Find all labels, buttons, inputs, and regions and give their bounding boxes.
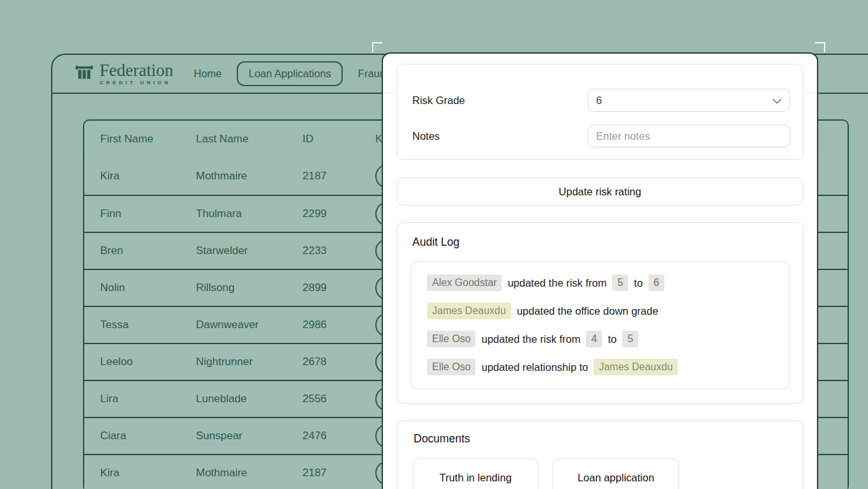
cell-first-name: Kira: [84, 467, 196, 479]
notes-input[interactable]: Enter notes: [588, 124, 790, 147]
audit-entry: James Deauxduupdated the office down gra…: [427, 297, 774, 325]
audit-log-title: Audit Log: [412, 236, 789, 249]
cell-last-name: Dawnweaver: [196, 319, 303, 331]
risk-grade-value: 6: [596, 94, 772, 107]
cell-last-name: Rillsong: [196, 282, 303, 294]
notes-label: Notes: [397, 130, 440, 142]
modal-content: Risk Grade 6 Notes Enter notes Update ri…: [383, 64, 817, 489]
cell-first-name: Lira: [84, 393, 196, 405]
cell-first-name: Bren: [84, 244, 196, 257]
notes-row: Notes Enter notes: [397, 124, 803, 147]
update-risk-rating-button[interactable]: Update risk rating: [396, 177, 804, 206]
asset-details-modal: Asset Details Risk Grade 6: [382, 52, 818, 489]
documents-card: Documents Truth in lending Loan applicat…: [396, 420, 804, 489]
cell-first-name: Finn: [84, 207, 196, 220]
value-chip: 5: [612, 275, 628, 291]
risk-grade-label: Risk Grade: [397, 94, 465, 107]
cell-id: 2899: [303, 282, 373, 294]
loan-application-button[interactable]: Loan application: [553, 458, 679, 489]
col-header-id: ID: [303, 133, 373, 146]
document-buttons: Truth in lending Loan application: [412, 458, 789, 489]
chevron-down-icon: [772, 94, 782, 107]
value-chip: Elle Oso: [427, 359, 475, 375]
audit-entry-text: updated the risk from: [507, 277, 606, 289]
audit-entry-text: to: [634, 277, 643, 289]
cell-first-name: Nolin: [84, 282, 196, 294]
risk-form-card: Risk Grade 6 Notes Enter notes: [396, 64, 804, 160]
cell-id: 2556: [303, 393, 373, 405]
brand-tagline: CREDIT UNION: [100, 80, 173, 86]
value-chip: Alex Goodstar: [427, 275, 502, 291]
audit-entry: Alex Goodstarupdated the risk from5to6: [427, 269, 774, 297]
cell-last-name: Luneblade: [196, 393, 303, 405]
col-header-first-name: First Name: [84, 133, 196, 146]
cell-first-name: Kira: [84, 170, 196, 183]
cell-id: 2678: [303, 356, 373, 368]
cell-last-name: Mothmaire: [196, 170, 303, 183]
user-chip: James Deauxdu: [427, 303, 511, 319]
nav-item-home[interactable]: Home: [193, 68, 221, 80]
audit-entry: Elle Osoupdated the risk from4to5: [427, 325, 774, 353]
cell-first-name: Leeloo: [84, 356, 196, 368]
notes-placeholder: Enter notes: [596, 130, 650, 142]
col-header-last-name: Last Name: [196, 133, 303, 146]
nav-item-loan-applications[interactable]: Loan Applications: [237, 61, 342, 86]
cell-last-name: Starwelder: [196, 244, 303, 257]
focus-bracket-top-left: [372, 42, 382, 52]
nav-items: Home Loan Applications Fraud: [193, 61, 385, 86]
audit-entry: Elle Osoupdated relationship toJames Dea…: [427, 353, 774, 381]
cell-id: 2233: [303, 244, 373, 257]
audit-entry-text: to: [608, 333, 617, 345]
value-chip: 5: [622, 331, 638, 347]
cell-last-name: Nightrunner: [196, 356, 303, 368]
audit-log-card: Audit Log Alex Goodstarupdated the risk …: [396, 222, 804, 404]
cell-id: 2187: [303, 170, 373, 183]
cell-id: 2986: [303, 319, 373, 331]
value-chip: Elle Oso: [427, 331, 475, 347]
cell-first-name: Ciara: [84, 430, 196, 442]
cell-last-name: Thulmara: [196, 207, 303, 220]
user-chip: James Deauxdu: [594, 359, 678, 375]
audit-entry-text: updated the office down grade: [517, 305, 659, 317]
cell-last-name: Mothmaire: [196, 467, 303, 479]
brand-logo: Federation CREDIT UNION: [75, 62, 173, 86]
cell-id: 2299: [303, 207, 373, 220]
audit-entry-text: updated the risk from: [481, 333, 580, 345]
risk-grade-select[interactable]: 6: [588, 89, 790, 112]
cell-id: 2476: [303, 430, 373, 442]
bank-columns-icon: [75, 63, 93, 85]
audit-entry-text: updated relationship to: [481, 361, 588, 373]
documents-title: Documents: [414, 432, 789, 446]
audit-log-box: Alex Goodstarupdated the risk from5to6Ja…: [411, 261, 789, 389]
truth-in-lending-button[interactable]: Truth in lending: [412, 458, 539, 489]
cell-first-name: Tessa: [84, 319, 196, 331]
brand-name: Federation: [100, 62, 173, 79]
value-chip: 6: [648, 275, 664, 291]
cell-id: 2187: [303, 467, 373, 479]
risk-grade-row: Risk Grade 6: [397, 89, 803, 112]
value-chip: 4: [586, 331, 602, 347]
cell-last-name: Sunspear: [196, 430, 303, 442]
focus-bracket-top-right: [815, 42, 825, 52]
